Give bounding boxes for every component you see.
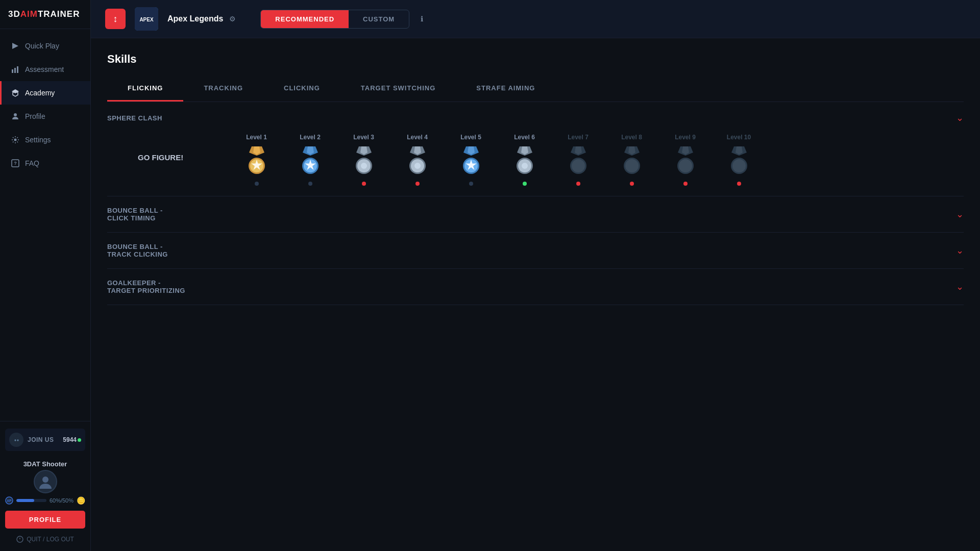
mode-tabs: RECOMMENDED CUSTOM — [260, 10, 409, 29]
sidebar-item-label: Settings — [25, 136, 51, 144]
xp-bar-fill — [16, 499, 34, 502]
svg-point-6 — [14, 139, 17, 141]
tab-strafe-aiming[interactable]: STRAFE AIMING — [456, 76, 555, 102]
levels-row-go-figure: GO FIGURE! Level 1 — [107, 134, 964, 196]
info-icon[interactable]: ℹ — [421, 15, 423, 23]
game-thumbnail: APEX — [135, 7, 158, 31]
settings-icon — [11, 135, 20, 144]
avatar — [34, 470, 57, 493]
svg-point-59 — [679, 159, 692, 172]
content-area: Skills FLICKING TRACKING CLICKING TARGET… — [91, 38, 980, 551]
main-content: ↕ APEX Apex Legends ⚙ RECOMMENDED CUSTOM… — [91, 0, 980, 551]
level-dot-7 — [576, 182, 580, 186]
sidebar-item-label: Academy — [25, 89, 55, 97]
exercise-header-bounce-track[interactable]: BOUNCE BALL -TRACK CLICKING ⌄ — [107, 233, 964, 268]
level-dot-4 — [415, 182, 420, 186]
game-settings-icon[interactable]: ⚙ — [229, 15, 236, 23]
quick-play-icon — [11, 41, 20, 51]
svg-point-37 — [414, 163, 421, 169]
logo: 3DAIMTRAINER — [0, 0, 90, 29]
medal-7 — [565, 146, 592, 178]
level-col-8: Level 8 — [605, 134, 658, 186]
assessment-icon — [11, 65, 20, 74]
sidebar-item-faq[interactable]: ? FAQ — [0, 152, 90, 175]
chevron-down-icon: ⌄ — [956, 112, 964, 123]
level-col-4: Level 4 — [390, 134, 444, 186]
level-dot-5 — [469, 182, 473, 186]
quit-logout[interactable]: QUIT / LOG OUT — [5, 531, 85, 544]
svg-text:APEX: APEX — [139, 17, 154, 22]
svg-point-12 — [42, 477, 48, 483]
level-label: Level 2 — [300, 134, 321, 141]
profile-button[interactable]: PROFILE — [5, 511, 85, 529]
level-label: Level 8 — [621, 134, 642, 141]
custom-tab[interactable]: CUSTOM — [349, 10, 409, 28]
exercise-name: GOALKEEPER -TARGET PRIORITIZING — [107, 279, 956, 294]
level-dot-10 — [737, 182, 741, 186]
svg-point-11 — [17, 439, 18, 441]
user-name: 3DAT Shooter — [23, 460, 67, 468]
sidebar-item-label: Assessment — [25, 65, 64, 73]
tab-target-switching[interactable]: TARGET SWITCHING — [340, 76, 456, 102]
recommended-tab[interactable]: RECOMMENDED — [261, 10, 349, 28]
user-section: 3DAT Shooter XP 60%/50% 🪙 PROFILE — [5, 456, 85, 531]
exercise-bounce-ball-track: BOUNCE BALL -TRACK CLICKING ⌄ — [107, 233, 964, 269]
exercise-goalkeeper: GOALKEEPER -TARGET PRIORITIZING ⌄ — [107, 269, 964, 305]
svg-text:?: ? — [14, 161, 17, 166]
sidebar-nav: Quick Play Assessment Academy Profile Se… — [0, 29, 90, 421]
svg-point-63 — [732, 159, 746, 172]
level-dot-8 — [630, 182, 634, 186]
exercise-header-goalkeeper[interactable]: GOALKEEPER -TARGET PRIORITIZING ⌄ — [107, 269, 964, 305]
exercise-name: BOUNCE BALL -CLICK TIMING — [107, 207, 956, 222]
svg-point-9 — [13, 436, 20, 443]
level-col-9: Level 9 — [658, 134, 712, 186]
sidebar-item-assessment[interactable]: Assessment — [0, 58, 90, 81]
level-label: Level 9 — [675, 134, 696, 141]
level-label: Level 1 — [246, 134, 267, 141]
medal-9 — [672, 146, 699, 178]
level-col-3: Level 3 — [337, 134, 390, 186]
level-label: Level 5 — [460, 134, 481, 141]
level-label: Level 3 — [353, 134, 374, 141]
logo-text: 3DAIMTRAINER — [8, 9, 80, 19]
xp-icon: XP — [5, 496, 13, 505]
medal-6 — [511, 146, 538, 178]
game-switch-icon[interactable]: ↕ — [105, 9, 126, 29]
sidebar-item-label: Quick Play — [25, 42, 59, 50]
medal-4 — [404, 146, 431, 178]
svg-point-5 — [14, 113, 17, 116]
level-col-5: Level 5 — [444, 134, 498, 186]
sidebar-item-quick-play[interactable]: Quick Play — [0, 34, 90, 58]
sidebar-item-academy[interactable]: Academy — [0, 81, 90, 105]
exercise-header-sphere-clash[interactable]: SPHERE CLASH ⌄ — [107, 102, 964, 134]
medal-10 — [726, 146, 752, 178]
tab-flicking[interactable]: FLICKING — [107, 76, 183, 102]
join-us-label: JOIN US — [28, 436, 54, 443]
xp-bar — [16, 499, 46, 502]
skill-tabs: FLICKING TRACKING CLICKING TARGET SWITCH… — [107, 76, 964, 102]
medal-2 — [297, 146, 324, 178]
quit-label: QUIT / LOG OUT — [27, 536, 74, 543]
level-col-10: Level 10 — [712, 134, 766, 186]
svg-point-10 — [14, 439, 16, 441]
level-label: Level 6 — [514, 134, 535, 141]
level-label: Level 7 — [568, 134, 589, 141]
xp-percent: 60%/50% — [50, 497, 74, 504]
level-col-1: Level 1 — [230, 134, 283, 186]
profile-icon — [11, 112, 20, 121]
tab-tracking[interactable]: TRACKING — [183, 76, 263, 102]
exercise-header-bounce-click[interactable]: BOUNCE BALL -CLICK TIMING ⌄ — [107, 196, 964, 232]
sidebar-item-settings[interactable]: Settings — [0, 128, 90, 152]
level-dot-6 — [523, 182, 527, 186]
join-us-row[interactable]: JOIN US 5944 — [5, 429, 85, 451]
exercise-bounce-ball-click: BOUNCE BALL -CLICK TIMING ⌄ — [107, 196, 964, 233]
tab-clicking[interactable]: CLICKING — [263, 76, 340, 102]
svg-rect-0 — [12, 69, 13, 73]
svg-point-55 — [625, 159, 639, 172]
chevron-down-icon: ⌄ — [956, 209, 964, 220]
sidebar-item-profile[interactable]: Profile — [0, 105, 90, 128]
exercise-name: BOUNCE BALL -TRACK CLICKING — [107, 243, 956, 258]
medal-8 — [619, 146, 645, 178]
faq-icon: ? — [11, 159, 20, 168]
game-title: Apex Legends — [167, 14, 223, 23]
